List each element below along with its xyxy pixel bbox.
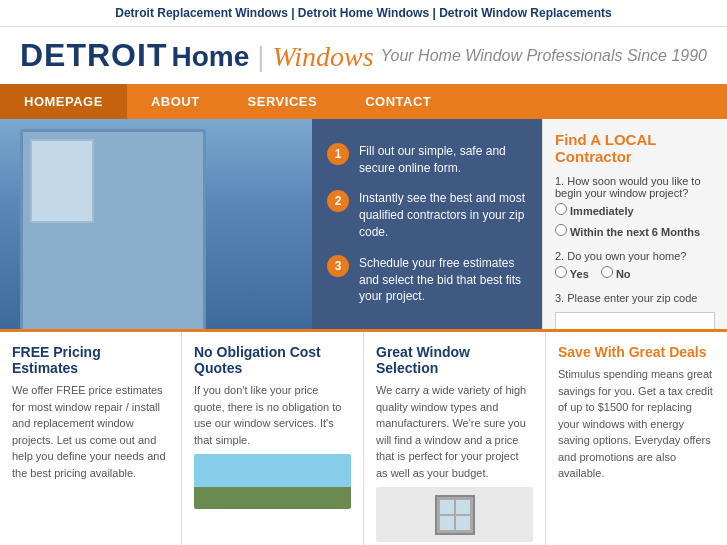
sidebar-q2-label: 2. Do you own your home? <box>555 250 715 262</box>
step-2-text: Instantly see the best and most qualifie… <box>359 190 527 240</box>
tagline: Your Home Window Professionals Since 199… <box>381 47 707 65</box>
feature-save-deals-text: Stimulus spending means great savings fo… <box>558 366 715 482</box>
logo-home: Home <box>171 41 249 73</box>
step-1-num: 1 <box>327 143 349 165</box>
step-1: 1 Fill out our simple, safe and secure o… <box>327 143 527 177</box>
sidebar-q3: 3. Please enter your zip code Go to Step… <box>555 292 715 329</box>
step-3: 3 Schedule your free estimates and selec… <box>327 255 527 305</box>
radio-yes[interactable] <box>555 266 567 278</box>
features-section: FREE Pricing Estimates We offer FREE pri… <box>0 329 727 545</box>
feature-no-obligation-text: If you don't like your price quote, ther… <box>194 382 351 448</box>
nav: HOMEPAGE ABOUT SERVICES CONTACT <box>0 84 727 119</box>
sidebar-title-pre: Find A <box>555 131 605 148</box>
sidebar-title-post: Contractor <box>555 148 632 165</box>
logo: DETROIT Home | Windows <box>20 37 374 74</box>
logo-divider: | <box>257 41 264 73</box>
radio-immediately[interactable] <box>555 203 567 215</box>
hero-sidebar: Find A LOCAL Contractor 1. How soon woul… <box>542 119 727 329</box>
sidebar-q1-opt1[interactable]: Immediately <box>555 203 715 217</box>
nav-services[interactable]: SERVICES <box>224 84 342 119</box>
sidebar-title: Find A LOCAL Contractor <box>555 131 715 165</box>
radio-6months[interactable] <box>555 224 567 236</box>
sidebar-q3-label: 3. Please enter your zip code <box>555 292 715 304</box>
hero-section: 1 Fill out our simple, safe and secure o… <box>0 119 727 329</box>
hero-building <box>0 119 312 329</box>
feature-save-deals: Save With Great Deals Stimulus spending … <box>546 332 727 545</box>
window-grid <box>435 495 475 535</box>
top-bar: Detroit Replacement Windows | Detroit Ho… <box>0 0 727 27</box>
feature-free-pricing-text: We offer FREE price estimates for most w… <box>12 382 169 481</box>
hero-steps: 1 Fill out our simple, safe and secure o… <box>312 119 542 329</box>
radio-no[interactable] <box>601 266 613 278</box>
feature-window-selection-text: We carry a wide variety of high quality … <box>376 382 533 481</box>
nav-about[interactable]: ABOUT <box>127 84 224 119</box>
zip-input[interactable] <box>555 312 715 329</box>
feature-house-image <box>194 454 351 509</box>
logo-windows: Windows <box>273 41 374 73</box>
feature-free-pricing-title: FREE Pricing Estimates <box>12 344 169 376</box>
sidebar-q2-options: Yes No <box>555 266 715 284</box>
step-2-num: 2 <box>327 190 349 212</box>
sidebar-q2-yes[interactable]: Yes <box>555 266 589 280</box>
step-1-text: Fill out our simple, safe and secure onl… <box>359 143 527 177</box>
sidebar-q1-opt2[interactable]: Within the next 6 Months <box>555 224 715 238</box>
header: DETROIT Home | Windows Your Home Window … <box>0 27 727 84</box>
feature-window-image <box>376 487 533 542</box>
sidebar-q1-options: Immediately Within the next 6 Months <box>555 203 715 242</box>
nav-contact[interactable]: CONTACT <box>341 84 455 119</box>
step-2: 2 Instantly see the best and most qualif… <box>327 190 527 240</box>
feature-no-obligation: No Obligation Cost Quotes If you don't l… <box>182 332 364 545</box>
logo-detroit: DETROIT <box>20 37 167 74</box>
feature-window-selection: Great Window Selection We carry a wide v… <box>364 332 546 545</box>
hero-image <box>0 119 312 329</box>
sidebar-q1-label: 1. How soon would you like to begin your… <box>555 175 715 199</box>
sidebar-q2-no[interactable]: No <box>601 266 631 280</box>
nav-homepage[interactable]: HOMEPAGE <box>0 84 127 119</box>
sidebar-q2: 2. Do you own your home? Yes No <box>555 250 715 284</box>
feature-no-obligation-title: No Obligation Cost Quotes <box>194 344 351 376</box>
step-3-num: 3 <box>327 255 349 277</box>
top-bar-text: Detroit Replacement Windows | Detroit Ho… <box>115 6 611 20</box>
feature-window-selection-title: Great Window Selection <box>376 344 533 376</box>
sidebar-q1: 1. How soon would you like to begin your… <box>555 175 715 242</box>
feature-save-deals-title: Save With Great Deals <box>558 344 715 360</box>
step-3-text: Schedule your free estimates and select … <box>359 255 527 305</box>
sidebar-title-highlight: LOCAL <box>605 131 656 148</box>
feature-free-pricing: FREE Pricing Estimates We offer FREE pri… <box>0 332 182 545</box>
